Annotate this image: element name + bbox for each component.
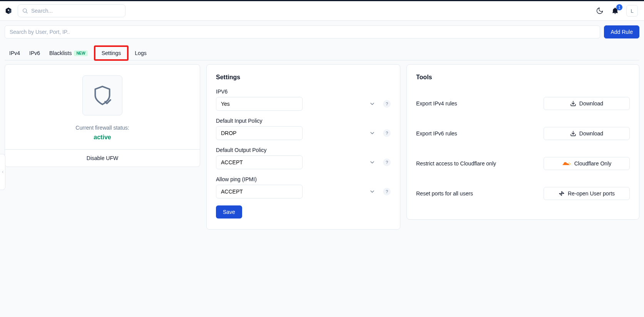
field-ipv6: IPV6 ? [216,88,391,111]
disable-ufw-button[interactable]: Disable UFW [5,149,200,167]
chevron-left-icon [1,170,5,174]
content: Add Rule IPv4 IPv6 Blacklists NEW Settin… [0,21,644,317]
tools-panel: Tools Export IPv4 rules Download Export … [406,64,639,220]
button-label: Download [579,100,603,107]
tab-logs[interactable]: Logs [135,46,146,60]
download-ipv6-button[interactable]: Download [544,127,630,140]
cloudflare-icon [562,161,571,166]
chevron-down-icon [369,101,375,107]
tab-blacklists[interactable]: Blacklists NEW [49,46,88,60]
firewall-status-value: active [94,134,111,141]
topbar-actions: 1 L [595,5,638,17]
tool-label: Reset ports for all users [416,190,473,197]
new-badge: NEW [74,50,87,56]
input-policy-select[interactable] [216,126,303,140]
field-input-policy: Default Input Policy ? [216,118,391,140]
tool-row-export-ipv6: Export IPv6 rules Download [416,118,630,148]
global-search-input[interactable] [31,8,121,14]
tool-row-reset-ports: Reset ports for all users Re-open User p… [416,179,630,209]
sidebar-collapse-handle[interactable] [0,154,5,190]
ipv6-select[interactable] [216,97,303,111]
field-output-policy: Default Output Policy ? [216,147,391,169]
dark-mode-toggle[interactable] [595,7,604,15]
tool-label: Restrict access to Cloudflare only [416,160,496,167]
notifications-button[interactable]: 1 [611,7,619,15]
svg-line-2 [26,12,27,13]
output-policy-label: Default Output Policy [216,147,391,153]
settings-panel: Settings IPV6 ? Default Input Policy [206,64,400,230]
tab-ipv4[interactable]: IPv4 [9,46,20,60]
tool-label: Export IPv6 rules [416,130,457,137]
tabs: IPv4 IPv6 Blacklists NEW Settings Logs [5,46,639,60]
download-icon [570,100,576,107]
cloudflare-only-button[interactable]: Cloudflare Only [544,157,630,170]
button-label: Re-open User ports [568,190,615,197]
topbar: 1 L [0,0,644,21]
button-label: Download [579,130,603,137]
help-icon[interactable]: ? [383,100,391,108]
download-ipv4-button[interactable]: Download [544,97,630,110]
tools-title: Tools [416,74,630,81]
button-label: Cloudflare Only [574,160,612,167]
chevron-down-icon [369,130,375,136]
svg-point-1 [23,9,27,12]
input-policy-label: Default Input Policy [216,118,391,124]
ipv6-label: IPV6 [216,88,391,95]
filter-row: Add Rule [5,25,639,38]
allow-ping-select[interactable] [216,185,303,199]
tool-label: Export IPv4 rules [416,100,457,107]
shield-check-icon [92,85,113,106]
chevron-down-icon [369,189,375,195]
moon-icon [596,7,604,15]
firewall-status-panel: Current firewall status: active Disable … [5,64,200,167]
field-allow-ping: Allow ping (IPMI) ? [216,176,391,199]
svg-point-0 [8,10,9,11]
output-policy-select[interactable] [216,155,303,169]
allow-ping-label: Allow ping (IPMI) [216,176,391,182]
chevron-down-icon [369,159,375,165]
reset-icon [559,190,565,197]
notification-badge: 1 [616,4,622,10]
download-icon [570,130,576,137]
tab-ipv6[interactable]: IPv6 [29,46,40,60]
global-search[interactable] [18,4,125,17]
tab-settings[interactable]: Settings [95,46,128,60]
search-icon [22,8,28,14]
save-button[interactable]: Save [216,205,242,219]
tool-row-export-ipv4: Export IPv4 rules Download [416,88,630,118]
add-rule-button[interactable]: Add Rule [604,25,639,38]
shield-tile [82,75,122,115]
app-logo[interactable] [5,7,12,15]
help-icon[interactable]: ? [383,129,391,137]
tool-row-cloudflare: Restrict access to Cloudflare only Cloud… [416,148,630,179]
tab-blacklists-label: Blacklists [49,50,72,56]
firewall-status-label: Current firewall status: [75,125,129,131]
svg-marker-5 [559,192,564,196]
rules-search-input[interactable] [5,25,600,38]
settings-title: Settings [216,74,391,81]
reopen-ports-button[interactable]: Re-open User ports [544,187,630,200]
avatar[interactable]: L [626,5,638,17]
panels: Current firewall status: active Disable … [5,64,639,230]
help-icon[interactable]: ? [383,188,391,195]
help-icon[interactable]: ? [383,158,391,166]
